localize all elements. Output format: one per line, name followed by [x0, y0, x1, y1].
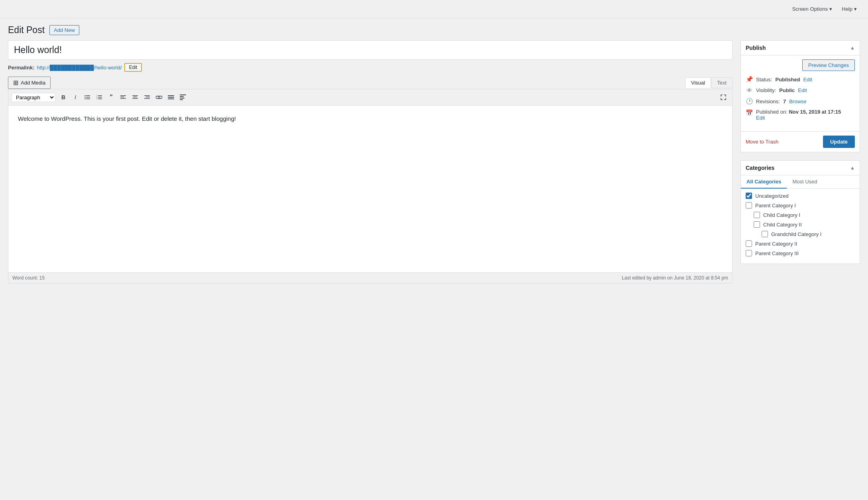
category-checkbox-parent-ii[interactable]: [746, 240, 752, 247]
more-toolbar-button[interactable]: [165, 92, 177, 103]
link-button[interactable]: [153, 92, 165, 103]
screen-options-button[interactable]: Screen Options ▾: [789, 4, 836, 14]
update-button[interactable]: Update: [823, 136, 855, 148]
calendar-icon: 📅: [746, 109, 753, 116]
svg-rect-21: [168, 95, 174, 96]
svg-rect-26: [180, 98, 185, 98]
align-left-button[interactable]: [118, 92, 129, 103]
publish-panel-header: Publish ▲: [741, 41, 860, 55]
list-item: Child Category II: [746, 221, 855, 228]
svg-point-4: [84, 97, 85, 98]
status-row: 📌 Status: Published Edit: [746, 76, 855, 83]
publish-collapse-icon[interactable]: ▲: [850, 45, 855, 51]
svg-rect-0: [86, 95, 90, 96]
categories-panel-title: Categories: [746, 165, 774, 171]
add-media-label: Add Media: [21, 80, 45, 86]
category-checkbox-child-i[interactable]: [754, 212, 760, 218]
visibility-row: 👁 Visibility: Public Edit: [746, 87, 855, 94]
fullscreen-button[interactable]: [718, 92, 729, 103]
visibility-edit-link[interactable]: Edit: [798, 87, 807, 93]
list-item: Uncategorized: [746, 193, 855, 199]
category-checkbox-parent-iii[interactable]: [746, 250, 752, 256]
svg-rect-24: [180, 94, 186, 95]
add-new-button[interactable]: Add New: [49, 25, 79, 35]
publish-meta: 📌 Status: Published Edit 👁 Visibility: P…: [746, 76, 855, 127]
published-on-edit-link[interactable]: Edit: [756, 115, 765, 121]
add-media-button[interactable]: ⊞ Add Media: [8, 77, 51, 89]
category-checkbox-uncategorized[interactable]: [746, 193, 752, 199]
help-label: Help: [842, 6, 852, 12]
tab-visual[interactable]: Visual: [685, 77, 711, 88]
publish-footer: Move to Trash Update: [741, 131, 860, 152]
category-label-parent-ii: Parent Category II: [755, 241, 797, 247]
list-item: Parent Category III: [746, 250, 855, 256]
blockquote-button[interactable]: ": [106, 92, 117, 103]
revisions-browse-link[interactable]: Browse: [789, 98, 806, 104]
screen-options-chevron-icon: ▾: [829, 6, 832, 12]
category-label-child-ii: Child Category II: [763, 222, 802, 228]
last-edited: Last edited by admin on June 18, 2020 at…: [622, 275, 728, 281]
align-center-button[interactable]: [130, 92, 141, 103]
italic-button[interactable]: I: [70, 92, 81, 103]
help-button[interactable]: Help ▾: [839, 4, 860, 14]
permalink-label: Permalink:: [8, 65, 34, 71]
status-edit-link[interactable]: Edit: [803, 77, 812, 83]
help-chevron-icon: ▾: [854, 6, 857, 12]
published-on-value: Nov 15, 2019 at 17:15: [789, 109, 841, 115]
editor-footer: Word count: 15 Last edited by admin on J…: [8, 273, 732, 283]
publish-actions: Preview Changes 📌 Status: Published Edit…: [741, 55, 860, 131]
align-right-button[interactable]: [141, 92, 153, 103]
permalink-edit-button[interactable]: Edit: [124, 63, 142, 72]
category-checkbox-grandchild-i[interactable]: [762, 231, 768, 237]
svg-rect-23: [168, 98, 174, 99]
category-checkbox-child-ii[interactable]: [754, 221, 760, 228]
move-to-trash-link[interactable]: Move to Trash: [746, 139, 778, 145]
category-label-parent-i: Parent Category I: [755, 203, 796, 209]
svg-rect-7: [98, 97, 102, 98]
unordered-list-button[interactable]: [82, 92, 93, 103]
svg-text:3.: 3.: [96, 98, 98, 100]
svg-rect-13: [120, 97, 124, 98]
preview-changes-button[interactable]: Preview Changes: [802, 59, 855, 71]
svg-rect-8: [98, 98, 102, 99]
category-label-grandchild-i: Grandchild Category I: [771, 231, 821, 237]
categories-collapse-icon[interactable]: ▲: [850, 165, 855, 171]
visibility-value: Public: [779, 87, 795, 93]
list-item: Parent Category I: [746, 202, 855, 209]
svg-rect-18: [144, 95, 150, 96]
bold-button[interactable]: B: [58, 92, 69, 103]
status-value: Published: [775, 77, 800, 83]
categories-panel-header: Categories ▲: [741, 161, 860, 175]
tab-all-categories[interactable]: All Categories: [741, 175, 787, 189]
category-checkbox-parent-i[interactable]: [746, 202, 752, 209]
sidebar: Publish ▲ Preview Changes 📌 Status: Publ…: [740, 40, 860, 283]
svg-rect-14: [120, 98, 126, 99]
list-item: Parent Category II: [746, 240, 855, 247]
format-toolbar: Paragraph Heading 1 Heading 2 Preformatt…: [8, 89, 732, 105]
tab-text[interactable]: Text: [711, 77, 732, 88]
svg-rect-22: [168, 97, 174, 98]
word-count: Word count: 15: [12, 275, 45, 281]
svg-rect-12: [120, 95, 126, 96]
revisions-label: Revisions:: [756, 98, 780, 104]
editor-content[interactable]: Welcome to WordPress. This is your first…: [8, 105, 732, 273]
publish-panel-title: Publish: [746, 45, 766, 51]
permalink-link[interactable]: http://████████████/hello-world/: [37, 65, 122, 71]
format-select[interactable]: Paragraph Heading 1 Heading 2 Preformatt…: [12, 93, 55, 102]
page-title: Edit Post: [8, 25, 45, 35]
svg-rect-6: [98, 95, 102, 96]
kitchen-sink-button[interactable]: [177, 92, 189, 103]
svg-point-5: [84, 98, 85, 99]
revisions-row: 🕐 Revisions: 7 Browse: [746, 98, 855, 105]
svg-rect-15: [132, 95, 138, 96]
top-bar: Screen Options ▾ Help ▾: [0, 0, 868, 18]
svg-rect-27: [180, 99, 183, 100]
tab-most-used[interactable]: Most Used: [787, 175, 823, 189]
revisions-count: 7: [783, 98, 786, 104]
ordered-list-button[interactable]: 1.2.3.: [94, 92, 105, 103]
published-on-edit: Edit: [756, 115, 841, 121]
post-title-input[interactable]: [8, 40, 732, 60]
published-on-text: Published on: Nov 15, 2019 at 17:15: [756, 109, 841, 115]
svg-point-3: [84, 95, 85, 96]
visibility-label: Visibility:: [756, 87, 776, 93]
